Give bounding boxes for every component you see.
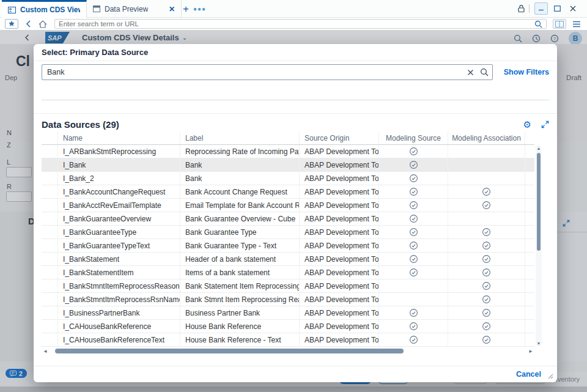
cell-label: Bank [180, 172, 300, 185]
scroll-left-icon[interactable]: ◄ [42, 349, 49, 354]
column-header-modeling-association[interactable]: Modeling Association [448, 131, 525, 144]
back-button[interactable] [26, 20, 31, 28]
table-row[interactable]: I_BankAcctRevEmailTemplateEmail Template… [42, 199, 534, 212]
select-primary-data-source-dialog: Select: Primary Data Source Show Filters… [34, 44, 557, 382]
table-row[interactable]: I_BankStmntItemReprocessReasonBank State… [42, 279, 534, 293]
table-row[interactable]: I_BankGuaranteeTypeBank Guarantee TypeAB… [42, 226, 534, 239]
dialog-search-input[interactable] [47, 68, 461, 76]
dialog-footer: Cancel [34, 366, 557, 382]
row-select-cell [42, 239, 58, 252]
cell-source-origin: ABAP Development Tools [300, 239, 379, 252]
menu-icon[interactable] [572, 21, 581, 28]
home-icon[interactable] [39, 20, 47, 28]
cell-name: I_BusinessPartnerBank [58, 306, 180, 319]
table-row[interactable]: I_BusinessPartnerBankBusiness Partner Ba… [42, 306, 534, 320]
cell-source-origin: ABAP Development Tools [300, 172, 379, 185]
row-select-cell [42, 212, 58, 225]
column-header-modeling-source[interactable]: Modeling Source [379, 131, 448, 144]
checkmark-icon [409, 308, 418, 317]
dialog-search-icon[interactable] [480, 68, 489, 76]
table-row[interactable]: I_Bank_2BankABAP Development Tools [42, 172, 534, 185]
cell-filler [525, 293, 534, 306]
cell-modeling-source [379, 145, 448, 158]
checkmark-icon [482, 322, 491, 331]
table-row[interactable]: I_CAHouseBankReferenceHouse Bank Referen… [42, 320, 534, 333]
scroll-down-icon[interactable]: ▼ [536, 341, 542, 346]
cell-filler [525, 172, 534, 185]
minimize-button[interactable] [534, 2, 548, 15]
search-input[interactable] [59, 20, 534, 28]
column-header-name[interactable]: Name [58, 131, 180, 144]
dialog-search-field[interactable] [42, 64, 493, 80]
expand-icon[interactable] [541, 120, 549, 128]
table-row[interactable]: I_ARBankStmtReprocessingReprocessing Rat… [42, 145, 534, 158]
close-window-button[interactable] [566, 2, 580, 15]
table-row[interactable]: I_BankAccountChangeRequestBank Account C… [42, 185, 534, 199]
split-view-button[interactable] [553, 19, 566, 29]
row-select-cell [42, 185, 58, 198]
horizontal-scroll-thumb[interactable] [55, 349, 404, 353]
settings-gear-icon[interactable]: ⚙ [523, 120, 531, 129]
table-row[interactable]: I_BankStatementItemItems of a bank state… [42, 266, 534, 279]
scroll-up-icon[interactable]: ▲ [536, 146, 542, 150]
url-bar[interactable] [54, 19, 547, 29]
cell-filler [525, 253, 534, 265]
cell-modeling-association [448, 253, 525, 265]
column-header-label[interactable]: Label [180, 131, 300, 144]
cell-modeling-association [448, 239, 525, 252]
close-tab-icon[interactable]: ✕ [169, 5, 175, 13]
show-filters-link[interactable]: Show Filters [504, 68, 549, 76]
cell-filler [525, 279, 534, 292]
table-row[interactable]: I_BankGuaranteeTypeTextBank Guarantee Ty… [42, 239, 534, 253]
checkmark-icon [482, 335, 491, 344]
dialog-title: Select: Primary Data Source [34, 44, 557, 61]
row-select-cell [42, 333, 58, 346]
cell-modeling-association [448, 320, 525, 333]
table-row[interactable]: I_CAHouseBankReferenceTextHouse Bank Ref… [42, 333, 534, 347]
table-row[interactable]: I_BankStmntItmReprocessRsnNameBank Stmnt… [42, 293, 534, 306]
vertical-scrollbar[interactable]: ▲ ▼ [536, 145, 542, 347]
checkmark-icon [409, 201, 418, 210]
cell-modeling-source [379, 185, 448, 198]
tab-data-preview[interactable]: Data Preview ✕ [87, 0, 182, 18]
horizontal-scrollbar[interactable]: ◄ ► [42, 348, 534, 354]
row-select-cell [42, 145, 58, 158]
bookmark-button[interactable] [5, 19, 18, 29]
search-icon[interactable] [534, 20, 542, 28]
tab-overflow-icon[interactable]: ●●● [193, 2, 206, 16]
cell-name: I_Bank_2 [58, 172, 180, 185]
cell-label: Business Partner Bank [180, 306, 300, 319]
table-header-row: Name Label Source Origin Modeling Source… [42, 131, 534, 145]
scroll-right-icon[interactable]: ► [527, 349, 534, 354]
cell-modeling-association [448, 226, 525, 239]
table-title: Data Sources (29) [42, 119, 119, 130]
cell-name: I_BankAcctRevEmailTemplate [58, 199, 180, 212]
cell-modeling-source [379, 279, 448, 292]
table-panel-divider [34, 113, 557, 114]
column-header-filler [525, 131, 534, 144]
table-row[interactable]: I_BankGuaranteeOverviewBank Guarantee Ov… [42, 212, 534, 226]
cell-filler [525, 158, 534, 171]
column-header-source-origin[interactable]: Source Origin [300, 131, 379, 144]
cell-modeling-source [379, 253, 448, 265]
cell-filler [525, 199, 534, 212]
cell-modeling-source [379, 306, 448, 319]
resize-grip[interactable] [547, 373, 553, 379]
cell-source-origin: ABAP Development Tools [300, 212, 379, 225]
cell-filler [525, 226, 534, 239]
table-row[interactable]: I_BankStatementHeader of a bank statemen… [42, 253, 534, 266]
cell-source-origin: ABAP Development Tools [300, 266, 379, 279]
dialog-cancel-button[interactable]: Cancel [516, 370, 541, 379]
clear-search-icon[interactable] [467, 69, 474, 76]
vertical-scroll-thumb[interactable] [537, 153, 541, 251]
checkmark-icon [482, 227, 491, 237]
table-row[interactable]: I_BankBankABAP Development Tools [42, 158, 534, 172]
cell-modeling-association [448, 279, 525, 292]
cell-source-origin: ABAP Development Tools [300, 185, 379, 198]
new-tab-button[interactable]: + [179, 2, 193, 16]
row-select-cell [42, 226, 58, 239]
maximize-button[interactable] [550, 2, 564, 15]
cell-modeling-association [448, 199, 525, 212]
tab-custom-cds-view[interactable]: Custom CDS View Det... [2, 0, 87, 18]
tab-label: Custom CDS View Det... [20, 6, 80, 14]
